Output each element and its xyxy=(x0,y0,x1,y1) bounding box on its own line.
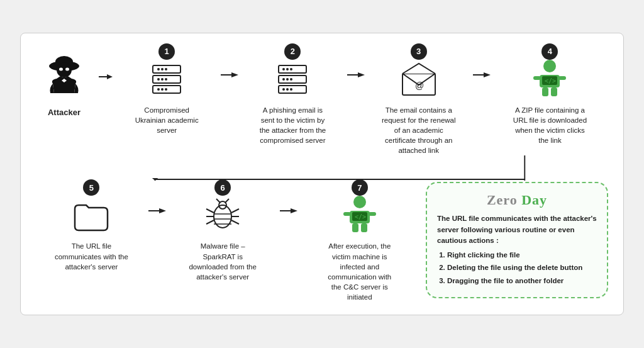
svg-text:</>: </> xyxy=(545,77,556,84)
attacker-col: Attacker xyxy=(36,46,92,117)
arrow-1-2 xyxy=(219,46,240,80)
svg-point-12 xyxy=(161,68,164,70)
step-5-number: 5 xyxy=(83,179,99,196)
svg-rect-46 xyxy=(542,87,548,96)
svg-point-28 xyxy=(282,78,285,81)
svg-point-15 xyxy=(161,78,164,81)
svg-rect-72 xyxy=(369,212,376,216)
step-5: 5 The URL file communicates with the att… xyxy=(36,182,147,271)
attacker-icon xyxy=(44,52,84,105)
arrow-3-4 xyxy=(472,46,492,80)
svg-line-58 xyxy=(206,220,214,224)
step-1: 1 xyxy=(114,46,219,135)
step-2-icon xyxy=(275,57,310,101)
step-5-icon xyxy=(72,193,110,237)
step-1-icon xyxy=(149,57,184,101)
step-2: 2 xyxy=(240,46,345,145)
arrow-2-3 xyxy=(346,46,366,80)
svg-point-13 xyxy=(165,68,167,70)
svg-point-16 xyxy=(165,78,167,81)
svg-line-61 xyxy=(231,220,239,224)
svg-point-19 xyxy=(165,88,167,91)
zero-day-item-1: Right clicking the file xyxy=(447,250,597,261)
zero-day-title: Zero Day xyxy=(437,192,597,208)
step-4: 4 </> xyxy=(492,46,608,145)
arrow-attacker-to-1 xyxy=(99,46,114,81)
svg-marker-53 xyxy=(159,208,166,213)
svg-line-56 xyxy=(206,209,214,213)
step-7: 7 </> After execution, the victim mach xyxy=(299,182,421,302)
svg-point-27 xyxy=(290,68,292,70)
zero-day-list: Right clicking the file Deleting the fil… xyxy=(447,250,597,286)
step-4-icon: </> xyxy=(531,57,569,101)
svg-marker-68 xyxy=(291,208,297,213)
step-3-number: 3 xyxy=(411,43,427,60)
step-2-label: A phishing email is sent to the victim b… xyxy=(255,105,330,145)
svg-rect-43 xyxy=(558,76,566,80)
arrow-5-6 xyxy=(147,182,167,216)
svg-text:</>: </> xyxy=(355,213,366,220)
diagram-container: Attacker 1 xyxy=(20,33,624,315)
step-4-label: A ZIP file containing a URL file is down… xyxy=(512,105,587,145)
svg-point-18 xyxy=(161,88,164,91)
svg-point-14 xyxy=(157,78,160,81)
svg-point-69 xyxy=(353,196,366,208)
bottom-row: 5 The URL file communicates with the att… xyxy=(36,182,608,302)
step-6-number: 6 xyxy=(214,179,231,196)
step-7-number: 7 xyxy=(352,179,368,196)
svg-text:@: @ xyxy=(415,81,424,91)
svg-point-25 xyxy=(282,68,285,70)
svg-point-30 xyxy=(290,78,292,81)
attacker-label: Attacker xyxy=(48,108,80,117)
connector-row xyxy=(36,155,608,181)
svg-line-59 xyxy=(231,209,239,213)
zero-day-item-2: Deleting the file using the delete butto… xyxy=(447,262,597,273)
svg-point-40 xyxy=(543,60,556,72)
step-3-label: The email contains a request for the ren… xyxy=(381,105,457,155)
svg-point-11 xyxy=(157,68,160,70)
step-2-number: 2 xyxy=(284,43,301,60)
svg-point-33 xyxy=(290,88,292,91)
zero-day-body: The URL file communicates with the attac… xyxy=(437,213,597,286)
step-1-number: 1 xyxy=(158,43,175,60)
zero-day-intro: The URL file communicates with the attac… xyxy=(437,213,597,246)
step-3-icon: @ xyxy=(400,57,438,101)
step-7-icon: </> xyxy=(341,193,379,237)
step-7-label: After execution, the victim machine is i… xyxy=(322,241,397,302)
zero-day-box: Zero Day The URL file communicates with … xyxy=(426,182,608,298)
svg-point-32 xyxy=(286,88,289,91)
step-6: 6 xyxy=(167,182,279,281)
svg-rect-47 xyxy=(551,87,557,96)
svg-point-2 xyxy=(57,62,72,77)
arrow-6-7 xyxy=(279,182,299,216)
step-6-icon xyxy=(204,193,242,237)
svg-point-4 xyxy=(65,67,69,70)
svg-line-63 xyxy=(225,199,229,203)
svg-point-17 xyxy=(157,88,160,91)
step-5-label: The URL file communicates with the attac… xyxy=(53,241,129,271)
step-4-number: 4 xyxy=(541,43,558,60)
svg-line-62 xyxy=(216,199,220,203)
step-1-label: Compromised Ukrainian academic server xyxy=(129,105,204,135)
svg-rect-71 xyxy=(343,212,351,216)
svg-marker-35 xyxy=(358,72,365,77)
svg-marker-21 xyxy=(231,72,238,77)
step-3: 3 @ The email contains a request for the… xyxy=(366,46,472,155)
svg-rect-76 xyxy=(361,223,367,232)
step-6-label: Malware file – SparkRAT is downloaded fr… xyxy=(185,241,260,281)
svg-point-3 xyxy=(59,67,63,70)
svg-point-29 xyxy=(286,78,289,81)
svg-marker-7 xyxy=(107,74,113,79)
svg-point-26 xyxy=(286,68,289,70)
svg-marker-39 xyxy=(484,72,491,77)
zero-day-item-3: Dragging the file to another folder xyxy=(447,276,597,286)
svg-rect-75 xyxy=(352,223,358,232)
svg-point-31 xyxy=(282,88,285,91)
svg-rect-42 xyxy=(533,76,541,80)
